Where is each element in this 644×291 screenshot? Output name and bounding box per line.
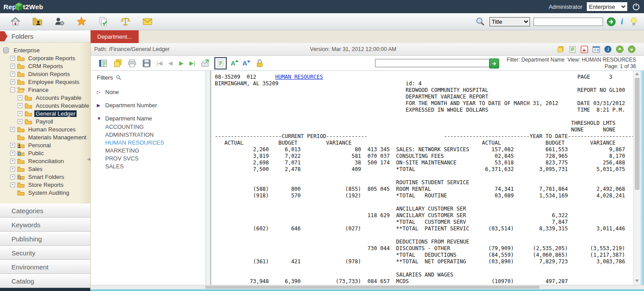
export-icon[interactable] — [200, 58, 210, 69]
chevron-down-icon[interactable]: ▼ — [97, 116, 101, 121]
report-approval-icon[interactable] — [98, 16, 109, 27]
font-increase-icon[interactable]: A — [231, 59, 239, 67]
sidebar-item-payroll[interactable]: +Payroll — [2, 117, 90, 125]
sidebar-item-accounts-receivable[interactable]: +Accounts Receivable — [2, 102, 90, 109]
accordion-catalog[interactable]: Catalog — [0, 274, 90, 288]
filter-option-sales[interactable]: SALES — [105, 163, 206, 171]
help-bulb-icon[interactable] — [628, 16, 640, 27]
expand-icon[interactable]: + — [10, 64, 15, 69]
scroll-down-icon[interactable] — [635, 280, 639, 282]
legal-scales-icon[interactable] — [120, 16, 131, 27]
font-decrease-icon[interactable]: A — [243, 59, 250, 67]
sidebar-item-enterprise[interactable]: Enterprise — [2, 46, 90, 54]
expand-icon[interactable]: + — [10, 182, 15, 187]
favorites-star-icon[interactable] — [76, 16, 87, 27]
sidebar-item-system-auditing[interactable]: +System Auditing — [2, 189, 90, 196]
accordion-categories[interactable]: Categories — [0, 204, 90, 218]
expand-icon[interactable]: + — [18, 95, 22, 100]
pdf-icon[interactable] — [580, 45, 589, 54]
up-version-icon[interactable] — [615, 45, 624, 54]
tab-department[interactable]: Department... — [91, 30, 139, 43]
sidebar-item-employee-requests[interactable]: +Employee Requests — [2, 78, 90, 86]
expand-icon[interactable]: + — [18, 103, 22, 108]
expand-icon[interactable]: + — [10, 167, 15, 171]
notes-icon[interactable] — [112, 58, 123, 69]
down-version-icon[interactable] — [627, 45, 636, 54]
accordion-keywords[interactable]: Keywords — [0, 218, 90, 232]
filters-splitter[interactable] — [206, 71, 211, 285]
global-search-input[interactable] — [534, 18, 603, 26]
notes-icon[interactable] — [556, 45, 565, 54]
info-circle-icon[interactable]: i — [604, 45, 612, 54]
expand-icon[interactable]: + — [10, 127, 15, 132]
search-field-select[interactable]: Title — [489, 17, 530, 26]
expand-icon[interactable]: + — [18, 119, 22, 124]
sidebar-item-materials-management[interactable]: +Materials Management — [2, 133, 90, 141]
mail-icon[interactable] — [142, 16, 153, 27]
vertical-scrollbar[interactable] — [633, 71, 640, 285]
expand-icon[interactable]: + — [10, 159, 15, 164]
filter-group-department-number[interactable]: ▶Department Number — [97, 100, 206, 110]
report-view-icon[interactable] — [98, 58, 108, 69]
sidebar-collapse-handle[interactable]: ◀ — [87, 157, 90, 161]
sidebar-item-human-resources[interactable]: +Human Resources — [2, 125, 90, 133]
report-view-icon[interactable] — [592, 45, 600, 54]
expand-icon[interactable]: + — [10, 175, 15, 179]
filter-option-human-resources[interactable]: HUMAN RESOURCES — [105, 139, 206, 147]
sidebar-item-finance[interactable]: −Finance — [2, 86, 90, 94]
accordion-publishing[interactable]: Publishing — [0, 232, 90, 246]
save-icon[interactable] — [141, 58, 152, 69]
expand-icon[interactable]: + — [10, 143, 15, 148]
first-page-icon[interactable]: |◀ — [156, 60, 163, 66]
chevron-right-icon[interactable]: ▷ — [97, 90, 101, 95]
sidebar-item-sales[interactable]: +Sales — [2, 165, 90, 173]
sidebar-item-general-ledger[interactable]: +General Ledger — [2, 109, 90, 117]
sidebar-item-smart-folders[interactable]: +Smart Folders — [2, 173, 90, 181]
filter-group-department-name[interactable]: ▼Department Name — [97, 113, 206, 123]
sidebar-item-reconciliation[interactable]: +Reconciliation — [2, 157, 90, 165]
filter-search-icon[interactable] — [115, 74, 122, 81]
expand-icon[interactable]: + — [10, 56, 15, 61]
scrollbar-thumb[interactable] — [635, 78, 640, 190]
report-search-input[interactable] — [375, 59, 490, 67]
filter-option-administration[interactable]: ADMINISTRATION — [105, 131, 206, 139]
sidebar-item-division-reports[interactable]: +Division Reports — [2, 70, 90, 78]
go-icon[interactable] — [607, 17, 616, 26]
expand-icon[interactable]: + — [10, 80, 15, 84]
sidebar-item-store-reports[interactable]: +Store Reports — [2, 181, 90, 189]
page-view-icon[interactable] — [214, 57, 227, 69]
filter-option-prov-svcs[interactable]: PROV SVCS — [105, 155, 206, 163]
expand-icon[interactable]: + — [10, 72, 15, 76]
sidebar-item-personal[interactable]: +Personal — [2, 141, 90, 149]
logout-power-icon[interactable] — [632, 2, 640, 11]
collapse-icon[interactable]: − — [10, 87, 15, 92]
expand-icon[interactable]: + — [10, 151, 15, 156]
report-department-link[interactable]: HUMAN RESOURCES — [275, 74, 323, 80]
user-folders-icon[interactable] — [32, 16, 43, 27]
logged-in-user[interactable]: Administrator — [548, 4, 582, 10]
filter-option-marketing[interactable]: MARKETING — [105, 147, 206, 155]
home-icon[interactable] — [10, 16, 21, 27]
sidebar-item-crm-reports[interactable]: +CRM Reports — [2, 62, 90, 70]
lock-icon[interactable] — [254, 58, 265, 69]
print-icon[interactable] — [127, 58, 137, 69]
info-icon[interactable]: i — [619, 17, 625, 26]
accordion-environment[interactable]: Environment — [0, 260, 90, 274]
scope-select[interactable]: Enterprise — [587, 2, 627, 11]
sidebar-item-corporate-reports[interactable]: +Corporate Reports — [2, 54, 90, 62]
next-page-icon[interactable]: ▶ — [178, 60, 185, 66]
report-search-go-icon[interactable] — [489, 58, 499, 69]
text-view-icon[interactable] — [568, 45, 577, 54]
sidebar-item-public[interactable]: +Public — [2, 149, 90, 157]
horizontal-scrollbar[interactable] — [91, 285, 644, 289]
last-page-icon[interactable]: ▶| — [189, 60, 196, 66]
user-admin-icon[interactable] — [54, 16, 65, 27]
chevron-right-icon[interactable]: ▶ — [97, 103, 101, 108]
accordion-security[interactable]: Security — [0, 246, 90, 260]
filter-group-none[interactable]: ▷None — [97, 87, 206, 97]
expand-icon[interactable]: + — [18, 111, 22, 116]
scroll-up-icon[interactable] — [635, 73, 639, 75]
hscrollbar-thumb[interactable] — [205, 286, 540, 289]
folders-panel-header[interactable]: Folders — [0, 30, 90, 43]
sidebar-item-accounts-payable[interactable]: +Accounts Payable — [2, 94, 90, 102]
